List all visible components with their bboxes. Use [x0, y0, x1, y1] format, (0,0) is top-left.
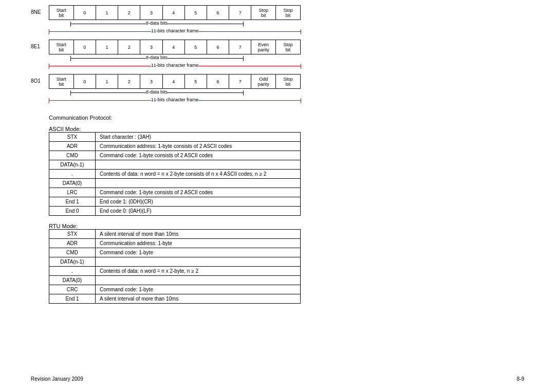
char-frame-arrow-8ne: 11-bits character frame: [49, 28, 301, 35]
diagram-label-8ne: 8NE: [31, 5, 49, 15]
rtu-protocol-table: STXA silent interval of more than 10msAD…: [49, 229, 301, 304]
diagram-label-8e1: 8E1: [31, 40, 49, 49]
cell-stop-bit-1: Stopbit: [251, 6, 276, 20]
ascii-field: CMD: [49, 151, 96, 160]
ascii-table-row: .Contents of data: n word = n x 2-byte c…: [49, 170, 301, 179]
char-frame-label-8e1: 11-bits character frame: [151, 63, 199, 68]
cell-bit-2-8e1: 2: [118, 40, 140, 54]
char-frame-arrow-8e1: 11-bits character frame: [49, 63, 301, 70]
timing-table-8ne: Startbit 0 1 2 3 4 5 6 7 Stopbit Stopbit: [49, 5, 301, 20]
ascii-field: LRC: [49, 188, 96, 197]
cell-start-bit-8o1: Startbit: [49, 74, 74, 89]
rtu-description: Contents of data: n word = n x 2-byte, n…: [96, 267, 301, 276]
rtu-field: CRC: [49, 285, 96, 294]
cell-bit-1-8e1: 1: [96, 40, 118, 54]
ascii-table-row: STXStart character : (3AH): [49, 133, 301, 142]
cell-bit-4-8o1: 4: [162, 74, 184, 89]
cell-bit-1-8o1: 1: [96, 74, 118, 89]
ascii-table-row: CMDCommand code: 1-byte consists of 2 AS…: [49, 151, 301, 160]
data-bits-arrow-8o1: 8-data bits: [49, 89, 301, 97]
cell-bit-2: 2: [118, 6, 140, 20]
cell-bit-3-8o1: 3: [140, 74, 162, 89]
comm-protocol-label: Communication Protocol:: [49, 115, 524, 121]
cell-bit-5-8o1: 5: [184, 74, 207, 89]
rtu-mode-label: RTU Mode:: [49, 223, 524, 229]
diagram-label-8o1: 8O1: [31, 74, 49, 84]
footer-left: Revision January 2009: [31, 376, 83, 382]
diagram-content-8o1: Startbit 0 1 2 3 4 5 6 7 Oddparity Stopb…: [49, 74, 524, 104]
rtu-field: End 1: [49, 294, 96, 304]
char-frame-label-8o1: 11-bits character frame: [151, 97, 199, 102]
cell-bit-6-8e1: 6: [207, 40, 229, 54]
rtu-field: .: [49, 267, 96, 276]
ascii-description: Communication address: 1-byte consists o…: [96, 142, 301, 151]
rtu-description: Command code: 1-byte: [96, 248, 301, 257]
ascii-description: [96, 160, 301, 170]
rtu-description: Command code: 1-byte: [96, 285, 301, 294]
cell-even-parity-8e1: Evenparity: [251, 40, 276, 54]
cell-bit-4: 4: [162, 6, 184, 20]
diagram-content-8ne: Startbit 0 1 2 3 4 5 6 7 Stopbit Stopbit…: [49, 5, 524, 35]
data-bits-label-8e1: 8-data bits: [146, 55, 168, 60]
rtu-field: CMD: [49, 248, 96, 257]
rtu-table-row: DATA(0): [49, 276, 301, 285]
cell-stop-bit-8o1: Stopbit: [276, 74, 301, 89]
cell-bit-0-8o1: 0: [73, 74, 96, 89]
rtu-table-row: End 1A silent interval of more than 10ms: [49, 294, 301, 304]
cell-bit-6-8o1: 6: [207, 74, 229, 89]
cell-stop-bit-2: Stopbit: [276, 6, 301, 20]
rtu-table-row: STXA silent interval of more than 10ms: [49, 230, 301, 239]
ascii-field: End 1: [49, 197, 96, 207]
ascii-field: DATA(n-1): [49, 160, 96, 170]
page-footer: Revision January 2009 8-9: [31, 376, 524, 382]
rtu-field: DATA(0): [49, 276, 96, 285]
diagram-8ne: 8NE Startbit 0 1 2 3 4 5 6 7 Stopbit Sto…: [31, 5, 524, 35]
ascii-field: DATA(0): [49, 179, 96, 188]
ascii-description: Command code: 1-byte consists of 2 ASCII…: [96, 151, 301, 160]
cell-start-bit-8e1: Startbit: [49, 40, 74, 54]
cell-bit-3-8e1: 3: [140, 40, 162, 54]
ascii-field: STX: [49, 133, 96, 142]
data-bits-arrow-8ne: 8-data bits: [49, 21, 301, 28]
diagram-8o1: 8O1 Startbit 0 1 2 3 4 5 6 7 Oddparity S…: [31, 74, 524, 104]
ascii-table-row: DATA(0): [49, 179, 301, 188]
ascii-description: Contents of data: n word = n x 2-byte co…: [96, 170, 301, 179]
rtu-field: ADR: [49, 239, 96, 248]
diagram-content-8e1: Startbit 0 1 2 3 4 5 6 7 Evenparity Stop…: [49, 40, 524, 70]
rtu-table-row: ADRCommunication address: 1-byte: [49, 239, 301, 248]
ascii-field: End 0: [49, 207, 96, 216]
rtu-description: [96, 276, 301, 285]
ascii-description: Command code: 1-byte consists of 2 ASCII…: [96, 188, 301, 197]
cell-stop-bit-8e1: Stopbit: [276, 40, 301, 54]
data-bits-label-8ne: 8-data bits: [146, 21, 168, 26]
rtu-description: Communication address: 1-byte: [96, 239, 301, 248]
char-frame-label-8ne: 11-bits character frame: [151, 28, 199, 33]
ascii-field: .: [49, 170, 96, 179]
ascii-table-row: DATA(n-1): [49, 160, 301, 170]
data-bits-label-8o1: 8-data bits: [146, 89, 168, 95]
ascii-table-row: End 0End code 0: (0AH)(LF): [49, 207, 301, 216]
cell-bit-7: 7: [229, 6, 251, 20]
cell-bit-5-8e1: 5: [184, 40, 207, 54]
ascii-protocol-table: STXStart character : (3AH)ADRCommunicati…: [49, 132, 301, 216]
ascii-description: End code 1: (0DH)(CR): [96, 197, 301, 207]
data-bits-arrow-8e1: 8-data bits: [49, 55, 301, 62]
rtu-table-row: CMDCommand code: 1-byte: [49, 248, 301, 257]
cell-odd-parity-8o1: Oddparity: [251, 74, 276, 89]
rtu-description: A silent interval of more than 10ms: [96, 294, 301, 304]
char-frame-arrow-8o1: 11-bits character frame: [49, 97, 301, 104]
cell-bit-0-8e1: 0: [73, 40, 96, 54]
cell-bit-7-8e1: 7: [229, 40, 251, 54]
ascii-description: [96, 179, 301, 188]
footer-right: 8-9: [517, 376, 524, 382]
cell-bit-2-8o1: 2: [118, 74, 140, 89]
rtu-description: A silent interval of more than 10ms: [96, 230, 301, 239]
rtu-field: STX: [49, 230, 96, 239]
diagram-8e1: 8E1 Startbit 0 1 2 3 4 5 6 7 Evenparity …: [31, 40, 524, 70]
rtu-table-row: .Contents of data: n word = n x 2-byte, …: [49, 267, 301, 276]
timing-table-8e1: Startbit 0 1 2 3 4 5 6 7 Evenparity Stop…: [49, 40, 301, 54]
cell-bit-6: 6: [207, 6, 229, 20]
cell-bit-3: 3: [140, 6, 162, 20]
ascii-table-row: ADRCommunication address: 1-byte consist…: [49, 142, 301, 151]
ascii-description: Start character : (3AH): [96, 133, 301, 142]
